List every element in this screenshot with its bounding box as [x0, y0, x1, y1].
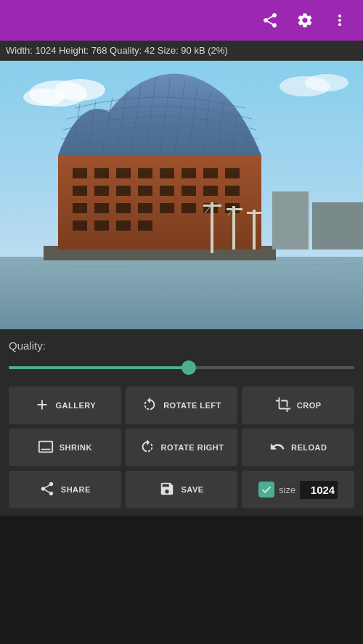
save-button-label: SAVE [181, 485, 203, 494]
svg-rect-59 [227, 208, 242, 210]
gallery-button-label: GALLERY [56, 401, 97, 410]
svg-rect-24 [116, 186, 131, 196]
reload-button[interactable]: RELOAD [242, 429, 354, 466]
svg-rect-26 [160, 186, 174, 196]
slider-fill [9, 366, 189, 369]
svg-rect-15 [94, 168, 109, 178]
shrink-icon [38, 439, 54, 457]
svg-rect-17 [138, 168, 152, 178]
svg-rect-1 [0, 257, 363, 329]
crop-button-label: CROP [297, 401, 322, 410]
svg-rect-18 [160, 168, 174, 178]
svg-rect-38 [73, 220, 87, 231]
rotate-right-icon [139, 439, 155, 457]
svg-rect-62 [247, 212, 261, 214]
quality-slider-container[interactable] [9, 359, 354, 376]
svg-rect-32 [116, 203, 131, 213]
reload-button-label: RELOAD [291, 443, 327, 452]
svg-rect-27 [182, 186, 196, 196]
svg-rect-39 [94, 220, 109, 231]
svg-rect-22 [73, 186, 87, 196]
size-checkbox[interactable] [258, 482, 274, 498]
rotate-left-button[interactable]: ROTATE LEFT [126, 387, 238, 424]
svg-rect-16 [116, 168, 131, 178]
save-button[interactable]: SAVE [126, 471, 238, 508]
svg-rect-41 [138, 220, 152, 231]
svg-rect-40 [116, 220, 131, 231]
image-info-text: Width: 1024 Height: 768 Quality: 42 Size… [6, 45, 228, 56]
shrink-button[interactable]: SHRINK [9, 429, 121, 466]
image-preview [0, 61, 363, 329]
save-icon [159, 481, 175, 499]
svg-point-69 [305, 74, 348, 91]
action-buttons-grid: GALLERY ROTATE LEFT CROP SHRINK [9, 387, 354, 466]
slider-track[interactable] [9, 366, 354, 369]
svg-rect-35 [182, 203, 196, 213]
share-action-label: SHARE [61, 485, 91, 494]
share-action-button[interactable]: SHARE [9, 471, 121, 508]
svg-rect-63 [272, 191, 309, 249]
svg-rect-23 [94, 186, 109, 196]
image-info-bar: Width: 1024 Height: 768 Quality: 42 Size… [0, 41, 363, 61]
share-button[interactable] [256, 6, 285, 35]
svg-rect-30 [73, 203, 87, 213]
svg-rect-19 [182, 168, 196, 178]
rotate-right-button-label: ROTATE RIGHT [161, 443, 224, 452]
svg-rect-55 [211, 202, 213, 253]
svg-point-67 [23, 88, 64, 106]
app-header [0, 0, 363, 41]
svg-rect-56 [203, 205, 221, 207]
rotate-left-icon [142, 397, 158, 415]
svg-rect-64 [312, 202, 363, 249]
crop-button[interactable]: CROP [242, 387, 354, 424]
bottom-action-row: SHARE SAVE size [9, 471, 354, 508]
svg-rect-25 [138, 186, 152, 196]
svg-rect-14 [73, 168, 87, 178]
plus-icon [34, 397, 50, 415]
rotate-right-button[interactable]: ROTATE RIGHT [126, 429, 238, 466]
size-label: size [279, 484, 295, 495]
svg-rect-61 [253, 210, 256, 249]
svg-rect-20 [203, 168, 218, 178]
rotate-left-button-label: ROTATE LEFT [163, 401, 221, 410]
share-action-icon [39, 481, 55, 499]
slider-thumb[interactable] [182, 360, 196, 375]
svg-rect-33 [138, 203, 152, 213]
svg-rect-21 [225, 168, 240, 178]
controls-panel: Quality: GALLERY ROTATE LEFT C [0, 329, 363, 516]
shrink-button-label: SHRINK [60, 443, 92, 452]
quality-label: Quality: [9, 339, 354, 352]
size-input[interactable] [300, 481, 338, 499]
gallery-button[interactable]: GALLERY [9, 387, 121, 424]
settings-button[interactable] [290, 6, 319, 35]
svg-rect-31 [94, 203, 109, 213]
svg-rect-29 [225, 186, 240, 196]
crop-icon [275, 397, 291, 415]
size-control: size [242, 471, 354, 508]
reload-icon [269, 439, 285, 457]
more-menu-button[interactable] [325, 6, 354, 35]
svg-rect-58 [232, 206, 235, 249]
svg-rect-34 [160, 203, 174, 213]
svg-rect-28 [203, 186, 218, 196]
